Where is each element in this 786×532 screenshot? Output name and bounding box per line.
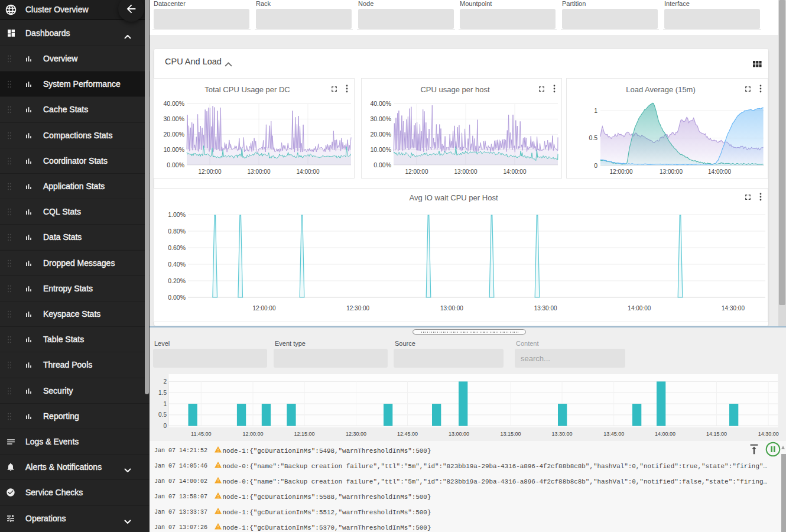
svg-text:12:45:00: 12:45:00 (397, 431, 418, 437)
svg-text:12:00:00: 12:00:00 (199, 168, 222, 175)
svg-text:12:00:00: 12:00:00 (610, 168, 633, 175)
svg-text:10.00%: 10.00% (370, 146, 391, 153)
svg-text:12:00:00: 12:00:00 (253, 305, 276, 312)
svg-text:13:00:00: 13:00:00 (660, 168, 683, 175)
svg-text:1.5: 1.5 (158, 390, 167, 396)
svg-text:0.60%: 0.60% (168, 244, 186, 251)
svg-text:11:45:00: 11:45:00 (191, 431, 211, 437)
svg-text:14:00:00: 14:00:00 (628, 305, 651, 312)
svg-text:2: 2 (163, 378, 167, 385)
svg-text:40.00%: 40.00% (370, 100, 391, 107)
svg-text:40.00%: 40.00% (163, 100, 184, 107)
svg-text:0.00%: 0.00% (167, 161, 184, 168)
svg-text:1: 1 (594, 107, 597, 114)
svg-text:14:00:00: 14:00:00 (504, 168, 527, 175)
svg-text:13:00:00: 13:00:00 (440, 305, 463, 312)
svg-text:13:15:00: 13:15:00 (501, 431, 521, 437)
svg-text:13:45:00: 13:45:00 (603, 431, 624, 437)
svg-text:30.00%: 30.00% (370, 115, 391, 122)
svg-text:13:30:00: 13:30:00 (534, 305, 557, 312)
svg-text:14:15:00: 14:15:00 (706, 431, 727, 437)
svg-text:20.00%: 20.00% (163, 131, 184, 138)
svg-text:13:30:00: 13:30:00 (551, 431, 572, 437)
svg-text:0.5: 0.5 (158, 411, 167, 418)
svg-text:14:30:00: 14:30:00 (722, 305, 745, 312)
svg-text:0.00%: 0.00% (373, 161, 391, 168)
svg-text:1.00%: 1.00% (168, 211, 186, 218)
svg-text:1: 1 (163, 401, 167, 407)
svg-text:0.5: 0.5 (589, 134, 597, 141)
svg-text:12:30:00: 12:30:00 (346, 305, 369, 312)
svg-text:14:00:00: 14:00:00 (297, 168, 320, 175)
svg-text:0.00%: 0.00% (168, 294, 186, 301)
svg-text:0.80%: 0.80% (168, 228, 186, 235)
svg-text:0.20%: 0.20% (168, 277, 186, 284)
svg-text:12:30:00: 12:30:00 (346, 431, 366, 437)
svg-text:10.00%: 10.00% (163, 146, 184, 153)
svg-text:30.00%: 30.00% (163, 115, 184, 122)
svg-text:12:00:00: 12:00:00 (242, 431, 263, 437)
svg-text:13:00:00: 13:00:00 (248, 168, 271, 175)
svg-text:0: 0 (594, 162, 597, 169)
svg-text:14:00:00: 14:00:00 (708, 168, 731, 175)
svg-text:14:00:00: 14:00:00 (655, 431, 675, 437)
svg-text:13:00:00: 13:00:00 (449, 431, 469, 437)
svg-text:0.40%: 0.40% (168, 261, 186, 268)
svg-text:14:30:00: 14:30:00 (758, 431, 779, 437)
svg-text:13:00:00: 13:00:00 (454, 168, 478, 175)
svg-text:20.00%: 20.00% (370, 131, 391, 138)
svg-text:12:15:00: 12:15:00 (294, 431, 314, 437)
svg-text:12:00:00: 12:00:00 (405, 168, 428, 175)
svg-text:0: 0 (163, 423, 167, 429)
